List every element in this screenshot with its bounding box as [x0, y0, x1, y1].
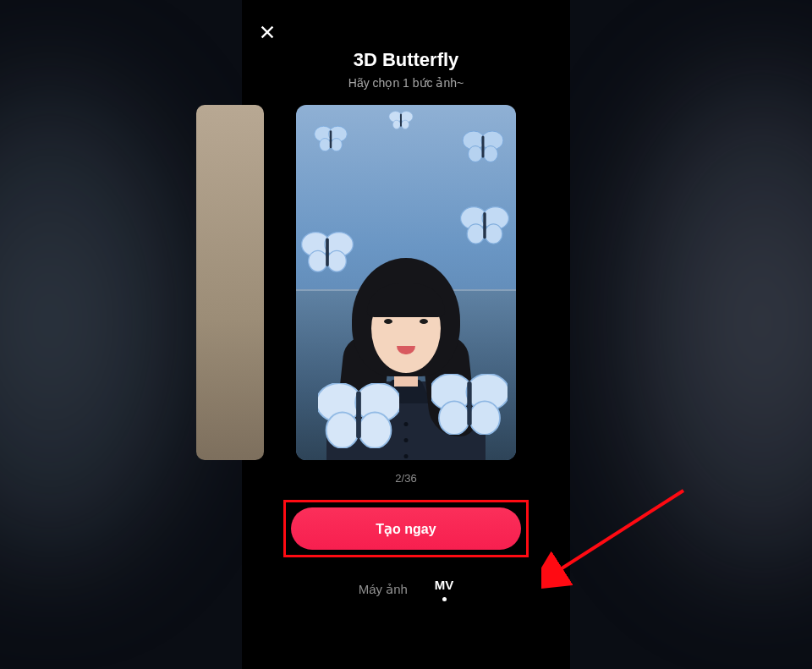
cta-highlight-box: Tạo ngay: [283, 500, 529, 557]
svg-point-7: [392, 120, 400, 129]
butterfly-icon: [387, 110, 414, 132]
preview-carousel[interactable]: [242, 105, 570, 460]
svg-line-35: [557, 491, 683, 572]
svg-point-3: [331, 139, 342, 151]
svg-point-2: [320, 139, 331, 151]
svg-point-18: [485, 224, 502, 244]
mode-tabs: Máy ảnh MV: [359, 578, 454, 601]
svg-point-33: [469, 401, 500, 435]
svg-rect-9: [400, 113, 402, 126]
preview-card[interactable]: [296, 105, 516, 460]
tab-active-dot: [442, 597, 447, 601]
tab-camera[interactable]: Máy ảnh: [359, 582, 408, 597]
template-panel: 3D Butterfly Hãy chọn 1 bức ảnh~: [242, 0, 570, 669]
svg-point-22: [309, 250, 327, 271]
svg-rect-14: [482, 136, 485, 158]
close-icon[interactable]: [255, 20, 279, 44]
svg-point-28: [359, 413, 391, 448]
preview-previous-slide[interactable]: [196, 105, 264, 460]
svg-point-12: [469, 146, 483, 162]
svg-rect-34: [467, 381, 471, 425]
preview-counter: 2/36: [395, 472, 416, 485]
svg-rect-29: [356, 392, 361, 439]
butterfly-icon: [431, 374, 508, 435]
svg-point-23: [327, 250, 346, 271]
template-title: 3D Butterfly: [354, 49, 459, 71]
background-blur-left: [0, 68, 203, 575]
svg-point-27: [326, 413, 359, 448]
svg-rect-4: [330, 130, 332, 148]
svg-point-8: [402, 120, 409, 129]
svg-rect-24: [326, 238, 329, 266]
butterfly-icon: [313, 125, 348, 154]
svg-point-32: [439, 401, 469, 435]
butterfly-icon: [462, 130, 504, 164]
svg-point-17: [467, 224, 485, 244]
tab-mv[interactable]: MV: [435, 578, 454, 592]
butterfly-icon: [460, 206, 509, 245]
svg-point-13: [484, 146, 498, 162]
template-subtitle: Hãy chọn 1 bức ảnh~: [348, 76, 464, 90]
background-blur-right: [609, 59, 812, 584]
svg-rect-19: [483, 212, 486, 239]
butterfly-icon: [318, 383, 399, 448]
create-now-button[interactable]: Tạo ngay: [291, 507, 521, 550]
butterfly-icon: [301, 232, 354, 274]
